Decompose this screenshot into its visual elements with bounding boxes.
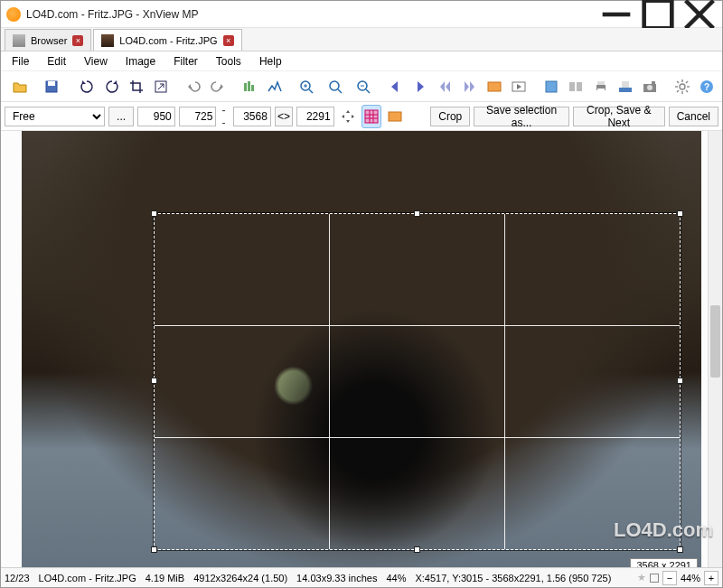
svg-rect-48 (389, 112, 401, 121)
title-bar: LO4D.com - Fritz.JPG - XnView MP (1, 1, 722, 28)
scroll-thumb[interactable] (710, 305, 720, 378)
slideshow-button[interactable] (508, 75, 531, 98)
maximize-button[interactable] (637, 1, 679, 28)
handle-ne[interactable] (677, 210, 683, 217)
crop-presets-button[interactable] (385, 105, 405, 128)
crop-tool-button[interactable] (125, 75, 147, 98)
svg-rect-5 (48, 81, 55, 86)
camera-button[interactable] (639, 75, 662, 98)
crop-save-next-button[interactable]: Crop, Save & Next (573, 107, 665, 126)
minimize-button[interactable] (596, 1, 637, 28)
ratio-height-input[interactable]: 725 (179, 107, 217, 126)
svg-rect-21 (546, 81, 557, 92)
crop-toolbar: Free ... 950 725 -- 3568 <> 2291 Crop Sa… (1, 102, 722, 131)
app-window: LO4D.com - Fritz.JPG - XnView MP Browser… (0, 0, 723, 588)
handle-sw[interactable] (151, 546, 157, 553)
handle-se[interactable] (677, 546, 683, 553)
redo-button[interactable] (206, 75, 229, 98)
open-button[interactable] (5, 75, 34, 98)
tab-image[interactable]: LO4D.com - Fritz.JPG × (93, 29, 241, 51)
grid-overlay-button[interactable] (362, 105, 381, 128)
svg-line-39 (686, 81, 688, 83)
acquire-button[interactable] (614, 75, 636, 98)
handle-e[interactable] (677, 378, 683, 384)
status-zoom-value: 44% (681, 573, 700, 583)
next-page-button[interactable] (458, 75, 481, 98)
zoom-in-btn[interactable]: + (704, 571, 718, 585)
auto-levels-button[interactable] (239, 75, 261, 98)
quick-slideshow-button[interactable] (483, 75, 505, 98)
tab-close-button[interactable]: × (72, 35, 83, 46)
save-selection-button[interactable]: Save selection as... (474, 107, 569, 126)
print-button[interactable] (589, 75, 612, 98)
window-title: LO4D.com - Fritz.JPG - XnView MP (26, 8, 198, 21)
rotate-right-button[interactable] (100, 75, 123, 98)
auto-contrast-button[interactable] (263, 75, 286, 98)
zoom-out-btn[interactable]: − (662, 571, 677, 585)
svg-line-38 (686, 90, 688, 92)
menu-image[interactable]: Image (118, 53, 163, 70)
zoom-out-button[interactable] (352, 75, 374, 98)
settings-button[interactable] (671, 75, 693, 98)
svg-rect-19 (488, 82, 501, 91)
status-zoom: 44% (386, 573, 406, 583)
menu-tools[interactable]: Tools (209, 53, 249, 70)
handle-n[interactable] (414, 210, 420, 217)
tab-browser[interactable]: Browser × (5, 29, 91, 51)
help-button[interactable]: ? (695, 75, 718, 98)
folder-icon (13, 34, 25, 47)
fullscreen-button[interactable] (540, 75, 562, 98)
handle-w[interactable] (151, 378, 157, 384)
next-button[interactable] (408, 75, 431, 98)
swap-wh-button[interactable]: <> (275, 107, 293, 126)
vertical-scrollbar[interactable] (708, 131, 722, 567)
svg-rect-28 (622, 81, 629, 88)
zoom-button[interactable] (320, 75, 350, 98)
image-canvas[interactable]: 3568 x 2291 (22, 131, 701, 567)
svg-point-14 (330, 81, 339, 90)
image-thumb-icon (101, 34, 114, 47)
handle-s[interactable] (414, 546, 420, 553)
cancel-button[interactable]: Cancel (669, 107, 718, 126)
ratio-width-input[interactable]: 950 (137, 107, 175, 126)
prev-page-button[interactable] (433, 75, 455, 98)
ratio-select[interactable]: Free (5, 107, 105, 126)
rotate-left-button[interactable] (75, 75, 98, 98)
svg-text:?: ? (704, 82, 709, 92)
svg-rect-23 (577, 82, 582, 91)
svg-rect-31 (652, 81, 655, 84)
crop-selection[interactable] (154, 213, 681, 550)
ratio-browse-button[interactable]: ... (108, 107, 134, 126)
handle-nw[interactable] (151, 210, 157, 217)
menu-view[interactable]: View (77, 53, 115, 70)
color-label-icon[interactable] (650, 574, 659, 583)
menu-filter[interactable]: Filter (166, 53, 205, 70)
status-coords: X:4517, Y:3015 - 3568x2291, 1.56 (950 72… (415, 573, 611, 583)
nudge-button[interactable] (338, 105, 358, 128)
image-viewport[interactable]: 3568 x 2291 LO4D.com (1, 131, 722, 567)
menu-file[interactable]: File (5, 53, 36, 70)
status-dimensions: 4912x3264x24 (1.50) (193, 573, 287, 583)
svg-rect-26 (597, 89, 605, 92)
prev-button[interactable] (383, 75, 406, 98)
sep-label: -- (220, 104, 230, 129)
sel-height-input[interactable]: 2291 (296, 107, 334, 126)
svg-rect-1 (644, 0, 672, 28)
tab-close-button[interactable]: × (223, 35, 234, 46)
tab-strip: Browser × LO4D.com - Fritz.JPG × (1, 28, 722, 51)
undo-button[interactable] (182, 75, 204, 98)
compare-button[interactable] (564, 75, 587, 98)
star-icon[interactable]: ★ (637, 572, 646, 583)
svg-point-32 (680, 84, 685, 89)
status-inches: 14.03x9.33 inches (296, 573, 377, 583)
crop-button[interactable]: Crop (430, 107, 470, 126)
close-button[interactable] (679, 1, 720, 28)
save-button[interactable] (36, 75, 66, 98)
menu-help[interactable]: Help (252, 53, 289, 70)
sel-width-input[interactable]: 3568 (233, 107, 271, 126)
status-bar: 12/23 LO4D.com - Fritz.JPG 4.19 MiB 4912… (1, 567, 722, 587)
resize-button[interactable] (150, 75, 173, 98)
zoom-in-button[interactable] (295, 75, 317, 98)
svg-line-11 (309, 89, 313, 93)
menu-edit[interactable]: Edit (40, 53, 73, 70)
